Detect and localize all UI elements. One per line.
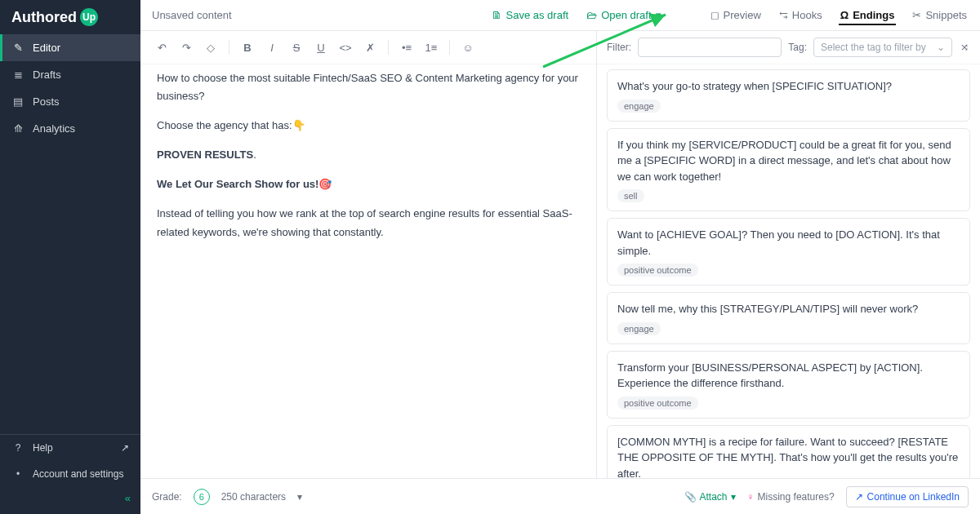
tab-preview[interactable]: ◻Preview bbox=[709, 6, 763, 24]
account-icon: • bbox=[11, 468, 24, 480]
filters: Filter: Tag: Select the tag to filter by… bbox=[597, 31, 980, 64]
eraser-button[interactable]: ◇ bbox=[201, 38, 220, 57]
hooks-icon: ⥃ bbox=[779, 9, 788, 21]
help-icon: ? bbox=[11, 442, 24, 454]
char-count: 250 characters bbox=[221, 491, 286, 503]
ending-card[interactable]: If you think my [SERVICE/PRODUCT] could … bbox=[607, 128, 970, 212]
pencil-icon: ✎ bbox=[11, 42, 24, 54]
open-draft-button[interactable]: 🗁Open draft▾ bbox=[585, 6, 662, 24]
underline-button[interactable]: U bbox=[311, 38, 331, 57]
collapse-sidebar[interactable]: « bbox=[0, 487, 140, 509]
chevron-down-icon: ▾ bbox=[731, 491, 736, 503]
document-title: Unsaved content bbox=[152, 9, 475, 21]
button-label: Missing features? bbox=[758, 491, 835, 503]
folder-icon: 🗁 bbox=[586, 9, 597, 21]
ending-tag: engage bbox=[617, 100, 661, 113]
brand-suffix: Up bbox=[80, 8, 98, 26]
chevron-down-icon[interactable]: ▾ bbox=[297, 491, 302, 503]
main: Unsaved content 🗎Save as draft 🗁Open dra… bbox=[140, 0, 980, 514]
missing-features-button[interactable]: ♀Missing features? bbox=[747, 491, 835, 503]
bulb-icon: ♀ bbox=[747, 491, 755, 503]
shuffle-button[interactable]: ⤨ bbox=[959, 40, 970, 55]
separator bbox=[229, 40, 229, 55]
chevron-down-icon: ⌄ bbox=[937, 42, 945, 53]
ending-text: If you think my [SERVICE/PRODUCT] could … bbox=[617, 137, 960, 185]
sidebar-item-account[interactable]: •Account and settings bbox=[0, 461, 140, 487]
italic-button[interactable]: I bbox=[262, 38, 282, 57]
number-list-button[interactable]: 1≡ bbox=[421, 38, 441, 57]
sidebar-item-posts[interactable]: ▤Posts bbox=[0, 88, 140, 115]
sidebar-item-editor[interactable]: ✎Editor bbox=[0, 34, 140, 61]
editor-line: Choose the agency that has:👇 bbox=[157, 117, 580, 135]
preview-icon: ◻ bbox=[710, 9, 719, 21]
snippets-icon: ✂ bbox=[912, 9, 921, 21]
button-label: Continue on LinkedIn bbox=[867, 491, 960, 503]
bullet-list-button[interactable]: •≡ bbox=[397, 38, 416, 57]
ending-card[interactable]: What's your go-to strategy when [SPECIFI… bbox=[607, 69, 970, 122]
editor-line: We Let Our Search Show for us!🎯 bbox=[157, 175, 580, 193]
logo: AuthoredUp bbox=[0, 0, 140, 34]
paperclip-icon: 📎 bbox=[684, 491, 697, 503]
button-label: Save as draft bbox=[506, 9, 569, 21]
analytics-icon: ⟰ bbox=[11, 122, 24, 135]
ending-card[interactable]: Transform your [BUSINESS/PERSONAL ASPECT… bbox=[607, 351, 970, 419]
endings-panel: Filter: Tag: Select the tag to filter by… bbox=[596, 31, 980, 478]
sidebar-item-label: Posts bbox=[33, 95, 60, 108]
tag-label: Tag: bbox=[788, 42, 807, 53]
attach-button[interactable]: 📎Attach▾ bbox=[684, 491, 736, 503]
tab-label: Snippets bbox=[925, 9, 967, 21]
tab-snippets[interactable]: ✂Snippets bbox=[911, 6, 969, 24]
sidebar-bottom: ?Help↗ •Account and settings « bbox=[0, 434, 140, 514]
separator bbox=[388, 40, 389, 55]
strike-button[interactable]: S bbox=[287, 38, 306, 57]
sidebar-item-label: Account and settings bbox=[33, 468, 123, 480]
ending-tag: sell bbox=[617, 189, 644, 202]
ending-card[interactable]: Want to [ACHIEVE GOAL]? Then you need to… bbox=[607, 218, 970, 286]
grade-value: 6 bbox=[194, 489, 210, 505]
footer: Grade: 6 250 characters ▾ 📎Attach▾ ♀Miss… bbox=[140, 478, 980, 514]
clear-format-button[interactable]: ✗ bbox=[360, 38, 380, 57]
redo-button[interactable]: ↷ bbox=[176, 38, 196, 57]
brand-name: Authored bbox=[11, 9, 77, 26]
sidebar-item-drafts[interactable]: ≣Drafts bbox=[0, 61, 140, 88]
nav: ✎Editor ≣Drafts ▤Posts ⟰Analytics ?Help↗… bbox=[0, 34, 140, 514]
external-icon: ↗ bbox=[855, 491, 863, 503]
ending-card[interactable]: Now tell me, why this [STRATEGY/PLAN/TIP… bbox=[607, 292, 970, 344]
sidebar-item-label: Drafts bbox=[33, 69, 61, 81]
ending-card[interactable]: [COMMON MYTH] is a recipe for failure. W… bbox=[607, 425, 970, 479]
sidebar-item-label: Help bbox=[33, 442, 53, 454]
chevron-down-icon: ▾ bbox=[656, 9, 662, 21]
bold-button[interactable]: B bbox=[238, 38, 257, 57]
sidebar: AuthoredUp ✎Editor ≣Drafts ▤Posts ⟰Analy… bbox=[0, 0, 140, 514]
endings-icon: Ω bbox=[840, 9, 849, 21]
continue-linkedin-button[interactable]: ↗Continue on LinkedIn bbox=[846, 486, 969, 507]
ending-text: What's your go-to strategy when [SPECIFI… bbox=[617, 78, 960, 95]
posts-icon: ▤ bbox=[11, 95, 24, 108]
ending-tag: positive outcome bbox=[617, 397, 698, 410]
tab-hooks[interactable]: ⥃Hooks bbox=[777, 6, 824, 24]
editor-line: Instead of telling you how we rank at th… bbox=[157, 205, 580, 241]
tag-select[interactable]: Select the tag to filter by⌄ bbox=[813, 38, 952, 57]
undo-button[interactable]: ↶ bbox=[152, 38, 172, 57]
tab-label: Endings bbox=[853, 9, 894, 21]
ending-tag: engage bbox=[617, 322, 661, 335]
ending-text: Now tell me, why this [STRATEGY/PLAN/TIP… bbox=[617, 301, 960, 317]
drafts-icon: ≣ bbox=[11, 69, 24, 81]
topbar: Unsaved content 🗎Save as draft 🗁Open dra… bbox=[140, 0, 980, 31]
sidebar-item-label: Analytics bbox=[33, 122, 75, 135]
tab-endings[interactable]: ΩEndings bbox=[839, 6, 897, 25]
ending-text: [COMMON MYTH] is a recipe for failure. W… bbox=[617, 434, 960, 479]
save-as-draft-button[interactable]: 🗎Save as draft bbox=[490, 6, 571, 24]
emoji-button[interactable]: ☺ bbox=[458, 38, 478, 57]
ending-text: Want to [ACHIEVE GOAL]? Then you need to… bbox=[617, 227, 960, 259]
tab-label: Hooks bbox=[792, 9, 822, 21]
sidebar-item-help[interactable]: ?Help↗ bbox=[0, 435, 140, 461]
filter-label: Filter: bbox=[607, 42, 631, 53]
code-button[interactable]: <> bbox=[336, 38, 355, 57]
sidebar-item-analytics[interactable]: ⟰Analytics bbox=[0, 115, 140, 142]
ending-text: Transform your [BUSINESS/PERSONAL ASPECT… bbox=[617, 360, 960, 392]
editor[interactable]: How to choose the most suitable Fintech/… bbox=[140, 64, 596, 478]
filter-input[interactable] bbox=[638, 38, 782, 57]
external-icon: ↗ bbox=[121, 442, 129, 454]
separator bbox=[449, 40, 450, 55]
